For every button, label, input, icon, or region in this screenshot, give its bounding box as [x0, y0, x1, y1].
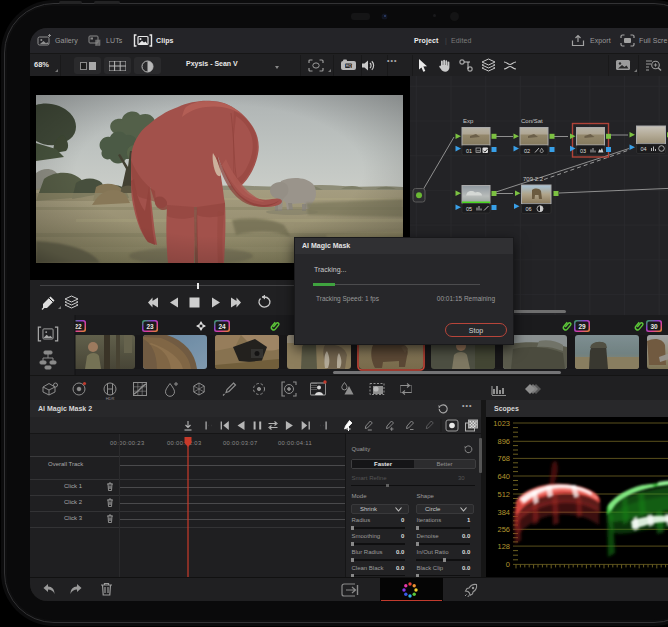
svg-text:128: 128 — [497, 542, 510, 551]
svg-text:896: 896 — [497, 437, 510, 446]
svg-text:03: 03 — [580, 148, 586, 154]
svg-text:1023: 1023 — [493, 419, 510, 428]
svg-text:Con/Sat: Con/Sat — [521, 118, 543, 124]
svg-text:23: 23 — [146, 323, 154, 330]
svg-text:22: 22 — [74, 323, 82, 330]
svg-text:24: 24 — [218, 323, 226, 330]
svg-text:384: 384 — [497, 508, 510, 517]
svg-text:30: 30 — [650, 323, 658, 330]
svg-text:768: 768 — [497, 454, 510, 463]
svg-text:709 2.2: 709 2.2 — [523, 176, 544, 182]
svg-text:05: 05 — [466, 206, 472, 212]
svg-text:01: 01 — [466, 148, 472, 154]
svg-text:04: 04 — [641, 146, 647, 152]
svg-text:512: 512 — [497, 490, 510, 499]
svg-text:640: 640 — [497, 472, 510, 481]
svg-text:Exp: Exp — [463, 118, 474, 124]
svg-text:HQ: HQ — [346, 63, 352, 68]
svg-text:29: 29 — [578, 323, 586, 330]
svg-text:256: 256 — [497, 525, 510, 534]
svg-text:06: 06 — [526, 206, 532, 212]
svg-text:0: 0 — [506, 560, 510, 569]
svg-text:02: 02 — [524, 148, 530, 154]
